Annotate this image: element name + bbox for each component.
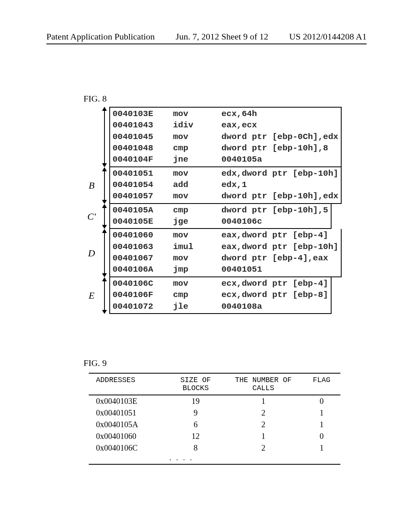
- block-extent-arrow: [100, 107, 109, 167]
- block-info-table: ADDRESSES SIZE OF BLOCKS THE NUMBER OF C…: [89, 373, 340, 465]
- table-row: 0x00401060 12 1 0: [89, 430, 340, 442]
- table-row: 0x0040106C 8 2 1: [89, 442, 340, 454]
- col-header-size: SIZE OF BLOCKS: [167, 376, 224, 392]
- asm-block-c: C' 0040105Acmpdword ptr [ebp-10h],5 0040…: [83, 204, 342, 229]
- col-header-flag: FLAG: [303, 376, 340, 392]
- asm-row: 00401072jle0040108a: [113, 301, 328, 312]
- assembly-listing: 0040103Emovecx,64h 00401043idiveax,ecx 0…: [83, 107, 342, 314]
- asm-row: 00401045movdword ptr [ebp-0Ch],edx: [113, 131, 338, 143]
- table-header-row: ADDRESSES SIZE OF BLOCKS THE NUMBER OF C…: [89, 374, 340, 395]
- header-middle: Jun. 7, 2012 Sheet 9 of 12: [176, 31, 269, 42]
- asm-row: 00401057movdword ptr [ebp-10h],edx: [113, 191, 338, 202]
- asm-block-b: B 00401051movedx,dword ptr [ebp-10h] 004…: [83, 167, 342, 204]
- block-letter: E: [83, 277, 100, 314]
- code-box: 00401060moveax,dword ptr [ebp-4] 0040106…: [109, 229, 342, 277]
- col-header-addresses: ADDRESSES: [89, 376, 167, 392]
- asm-row: 0040105Acmpdword ptr [ebp-10h],5: [113, 205, 328, 216]
- asm-row: 00401067movdword ptr [ebp-4],eax: [113, 253, 338, 264]
- asm-row: 00401054addedx,1: [113, 179, 338, 191]
- col-header-calls: THE NUMBER OF CALLS: [224, 376, 303, 392]
- code-box: 0040106Cmovecx,dword ptr [ebp-4] 0040106…: [109, 277, 332, 314]
- asm-row: 0040103Emovecx,64h: [113, 108, 338, 120]
- asm-row: 0040106Ajmp00401051: [113, 264, 338, 275]
- asm-block-d: D 00401060moveax,dword ptr [ebp-4] 00401…: [83, 229, 342, 277]
- table-body: 0x0040103E 19 1 0 0x00401051 9 2 1 0x004…: [89, 395, 340, 464]
- header-right: US 2012/0144208 A1: [289, 31, 367, 42]
- asm-row: 00401051movedx,dword ptr [ebp-10h]: [113, 168, 338, 179]
- asm-block-a: 0040103Emovecx,64h 00401043idiveax,ecx 0…: [83, 107, 342, 167]
- block-extent-arrow: [100, 204, 109, 229]
- block-extent-arrow: [100, 277, 109, 314]
- header-left: Patent Application Publication: [46, 31, 155, 42]
- asm-row: 00401043idiveax,ecx: [113, 120, 338, 131]
- table-row: 0x00401051 9 2 1: [89, 407, 340, 419]
- table-row: 0x0040103E 19 1 0: [89, 395, 340, 407]
- block-letter: B: [83, 167, 100, 204]
- asm-row: 00401048cmpdword ptr [ebp-10h],8: [113, 143, 338, 154]
- table-ellipsis: . . . .: [89, 454, 340, 464]
- block-extent-arrow: [100, 167, 109, 204]
- table-row: 0x0040105A 6 2 1: [89, 419, 340, 430]
- page-header: Patent Application Publication Jun. 7, 2…: [46, 31, 367, 44]
- asm-row: 0040105Ejge0040106c: [113, 216, 328, 227]
- code-box: 0040103Emovecx,64h 00401043idiveax,ecx 0…: [109, 107, 342, 167]
- asm-row: 00401063imuleax,dword ptr [ebp-10h]: [113, 241, 338, 253]
- block-extent-arrow: [100, 229, 109, 277]
- code-box: 00401051movedx,dword ptr [ebp-10h] 00401…: [109, 167, 342, 204]
- block-letter: C': [83, 204, 100, 229]
- block-letter: [83, 107, 100, 167]
- asm-row: 0040106Fcmpecx,dword ptr [ebp-8]: [113, 289, 328, 301]
- asm-row: 0040104Fjne0040105a: [113, 154, 338, 165]
- block-letter: D: [83, 229, 100, 277]
- figure-9-label: FIG. 9: [83, 358, 106, 368]
- asm-row: 0040106Cmovecx,dword ptr [ebp-4]: [113, 278, 328, 289]
- figure-8-label: FIG. 8: [83, 94, 106, 104]
- asm-block-e: E 0040106Cmovecx,dword ptr [ebp-4] 00401…: [83, 277, 342, 314]
- code-box: 0040105Acmpdword ptr [ebp-10h],5 0040105…: [109, 204, 332, 229]
- asm-row: 00401060moveax,dword ptr [ebp-4]: [113, 230, 338, 241]
